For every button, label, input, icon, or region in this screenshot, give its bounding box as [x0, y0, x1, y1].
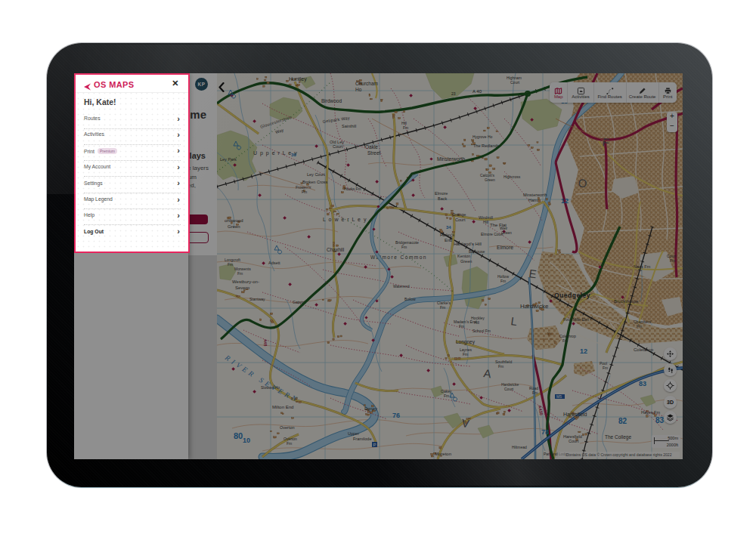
- svg-text:Way: Way: [274, 128, 284, 134]
- svg-text:Gelipark Way: Gelipark Way: [322, 116, 350, 124]
- svg-text:Birdwood: Birdwood: [321, 98, 342, 103]
- svg-text:Court: Court: [333, 144, 343, 149]
- svg-text:Sainthill: Sainthill: [342, 124, 356, 128]
- svg-text:Ho: Ho: [355, 87, 362, 92]
- svg-text:Old Ley: Old Ley: [330, 140, 344, 144]
- svg-text:Frowen's: Frowen's: [296, 185, 311, 190]
- svg-text:Hooks Fm: Hooks Fm: [344, 187, 361, 191]
- svg-text:Ley Park: Ley Park: [220, 157, 237, 162]
- svg-text:Fm: Fm: [302, 190, 307, 194]
- svg-text:Ley Court: Ley Court: [307, 172, 325, 177]
- svg-text:U p p e r L e y: U p p e r L e y: [253, 150, 298, 156]
- svg-text:Gloucestershire: Gloucestershire: [259, 115, 292, 129]
- svg-text:36: 36: [291, 153, 296, 157]
- svg-text:Broken Cross: Broken Cross: [302, 180, 328, 184]
- svg-text:Huntley: Huntley: [289, 76, 307, 82]
